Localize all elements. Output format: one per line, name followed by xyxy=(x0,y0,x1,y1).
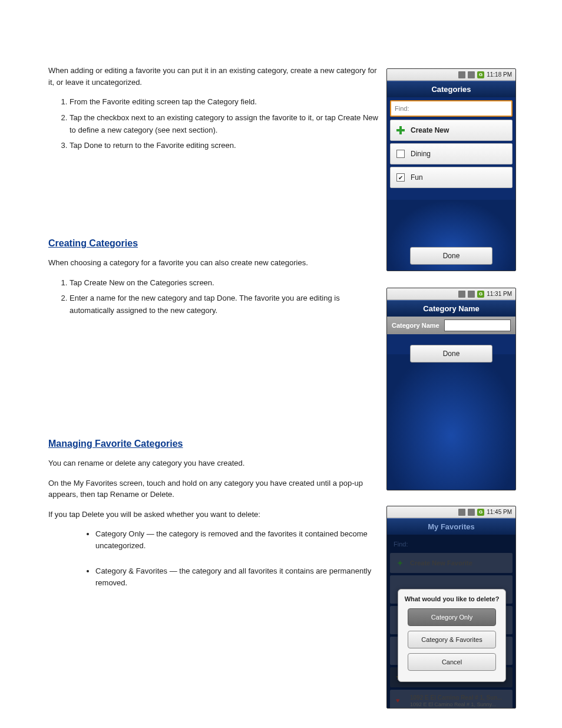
title-text: My Favorites xyxy=(428,522,474,531)
checkbox-unchecked-icon[interactable] xyxy=(396,150,405,158)
step: From the Favorite editing screen tap the… xyxy=(70,96,378,108)
checkbox-checked-icon[interactable]: ✔ xyxy=(396,173,405,182)
steps-list: Tap Create New on the Categories screen.… xyxy=(70,277,378,317)
screenshot-category-name: G 11:31 PM Category Name Category Name D… xyxy=(386,288,516,490)
button-label: Category & Favorites xyxy=(421,636,482,643)
screen-title: Category Name xyxy=(387,300,515,317)
network-3g-icon xyxy=(458,291,465,298)
signal-icon xyxy=(468,291,475,298)
battery-icon: G xyxy=(477,509,484,516)
step: Enter a name for the new category and ta… xyxy=(70,292,378,317)
para: On the My Favorites screen, touch and ho… xyxy=(48,477,378,500)
para: You can rename or delete any category yo… xyxy=(48,457,378,469)
step: Tap Create New on the Categories screen. xyxy=(70,277,378,289)
category-row-fun[interactable]: ✔ Fun xyxy=(390,167,513,188)
delete-dialog: What would you like to delete? Category … xyxy=(398,589,506,682)
network-3g-icon xyxy=(458,71,465,78)
screenshot-categories: G 11:18 PM Categories Find: Create New D… xyxy=(386,68,516,271)
content-area: Find: Create New Dining ✔ Fun Done xyxy=(387,97,515,271)
signal-icon xyxy=(468,71,475,78)
button-label: Category Only xyxy=(431,614,472,621)
battery-icon: G xyxy=(477,291,484,298)
status-bar: G 11:45 PM xyxy=(387,506,515,518)
status-bar: G 11:18 PM xyxy=(387,69,515,81)
title-text: Category Name xyxy=(423,304,479,313)
status-time: 11:18 PM xyxy=(487,71,512,78)
para: If you tap Delete you will be asked whet… xyxy=(48,509,378,521)
create-new-label: Create New xyxy=(411,126,449,134)
signal-icon xyxy=(468,509,475,516)
section-heading: Managing Favorite Categories xyxy=(48,439,378,449)
screen-title: Categories xyxy=(387,81,515,97)
category-name-row: Category Name xyxy=(387,317,515,334)
status-bar: G 11:31 PM xyxy=(387,288,515,300)
button-label: Cancel xyxy=(442,658,462,666)
step: Tap the checkbox next to an existing cat… xyxy=(70,112,378,137)
status-time: 11:45 PM xyxy=(487,509,512,515)
done-button[interactable]: Done xyxy=(410,247,492,265)
para: When choosing a category for a favorite … xyxy=(48,257,378,269)
section-assign-category: When adding or editing a favorite you ca… xyxy=(48,65,378,152)
done-label: Done xyxy=(443,350,460,358)
section-creating-categories: Creating Categories When choosing a cate… xyxy=(48,238,378,317)
steps-list: From the Favorite editing screen tap the… xyxy=(70,96,378,152)
section-managing-categories: Managing Favorite Categories You can ren… xyxy=(48,439,378,588)
bullet: Category Only — the category is removed … xyxy=(95,528,378,551)
bullet-list: Category Only — the category is removed … xyxy=(95,528,378,588)
background-fill xyxy=(387,354,515,490)
step: Tap Done to return to the Favorite editi… xyxy=(70,140,378,152)
cancel-button[interactable]: Cancel xyxy=(408,653,496,671)
para: When adding or editing a favorite you ca… xyxy=(48,65,378,88)
status-time: 11:31 PM xyxy=(487,291,512,297)
find-placeholder: Find: xyxy=(395,105,409,112)
field-label: Category Name xyxy=(392,322,439,329)
section-heading: Creating Categories xyxy=(48,238,378,249)
category-name-input[interactable] xyxy=(444,319,511,331)
category-label: Fun xyxy=(411,173,423,182)
document-text-column: When adding or editing a favorite you ca… xyxy=(48,65,378,610)
bullet: Category & Favorites — the category and … xyxy=(95,565,378,588)
find-input[interactable]: Find: xyxy=(390,100,513,117)
category-only-button[interactable]: Category Only xyxy=(408,608,496,626)
category-row-dining[interactable]: Dining xyxy=(390,143,513,164)
done-label: Done xyxy=(443,252,460,260)
network-3g-icon xyxy=(458,509,465,516)
title-text: Categories xyxy=(431,85,471,94)
plus-icon xyxy=(396,126,405,134)
dialog-title: What would you like to delete? xyxy=(403,595,501,602)
screen-title: My Favorites xyxy=(387,518,515,535)
create-new-row[interactable]: Create New xyxy=(390,120,513,141)
category-and-favorites-button[interactable]: Category & Favorites xyxy=(408,631,496,648)
content-area: Category Name Done xyxy=(387,317,515,490)
content-area: Find: + Create New Favorite ★ (1 favorit… xyxy=(387,535,515,708)
done-button[interactable]: Done xyxy=(410,345,492,363)
screenshot-delete-dialog: G 11:45 PM My Favorites Find: + Create N… xyxy=(386,506,516,709)
battery-icon: G xyxy=(477,71,484,78)
category-label: Dining xyxy=(411,150,431,158)
